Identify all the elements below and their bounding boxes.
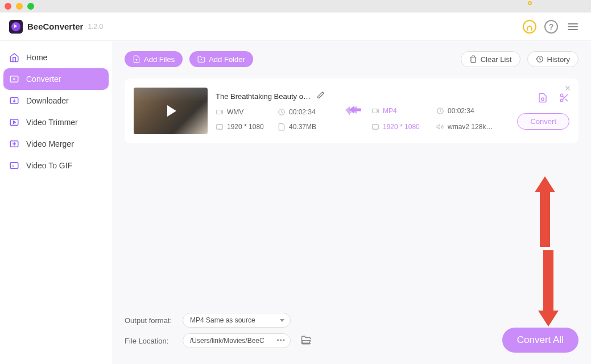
svg-rect-6 [217, 110, 221, 114]
window-close-button[interactable] [5, 3, 11, 10]
user-icon [523, 20, 536, 34]
app-logo [9, 20, 23, 34]
button-label: Clear List [481, 55, 512, 64]
file-card: The Breathtaking Beauty of N… WMV 00:02:… [125, 78, 578, 143]
window-titlebar [0, 0, 591, 13]
sidebar-item-downloader[interactable]: Downloader [3, 90, 109, 111]
svg-rect-2 [10, 119, 18, 126]
clock-icon [436, 107, 444, 115]
sidebar-item-label: Downloader [26, 96, 69, 105]
sidebar-item-label: Video Merger [26, 139, 74, 148]
help-button[interactable]: ? [542, 18, 560, 36]
resolution-icon [371, 123, 379, 131]
clear-list-button[interactable]: Clear List [461, 51, 520, 67]
output-format-select[interactable]: MP4 Same as source [183, 313, 291, 328]
resolution-icon [216, 123, 224, 131]
sidebar-item-label: Home [26, 53, 47, 62]
history-button[interactable]: History [527, 51, 578, 67]
audio-icon [436, 123, 444, 131]
file-plus-icon [133, 55, 140, 63]
sidebar-item-gif[interactable]: G Video To GIF [3, 155, 109, 176]
source-format: WMV [216, 108, 273, 116]
sidebar-item-converter[interactable]: Converter [3, 68, 109, 90]
video-icon [371, 107, 379, 115]
svg-text:G: G [12, 164, 15, 168]
account-button[interactable] [520, 18, 539, 36]
target-resolution[interactable]: 1920 * 1080 [371, 123, 432, 131]
add-files-button[interactable]: Add Files [125, 51, 183, 67]
gif-icon: G [9, 160, 19, 171]
play-icon [163, 104, 178, 118]
convert-button[interactable]: Convert [517, 113, 569, 130]
clock-icon [278, 108, 286, 116]
video-thumbnail[interactable] [134, 88, 208, 134]
button-label: Add Folder [209, 55, 245, 64]
sidebar-item-home[interactable]: Home [3, 47, 109, 68]
button-label: History [547, 55, 570, 64]
convert-all-button[interactable]: Convert All [502, 328, 578, 353]
file-icon [278, 123, 286, 131]
svg-point-14 [560, 99, 563, 102]
hamburger-icon [568, 23, 578, 30]
app-version: 1.2.0 [88, 23, 103, 31]
output-format-label: Output format: [125, 316, 176, 325]
video-icon [216, 108, 224, 116]
source-info: The Breathtaking Beauty of N… WMV 00:02:… [216, 91, 335, 131]
sidebar-item-label: Video Trimmer [26, 118, 78, 127]
file-actions: Convert [517, 93, 569, 130]
folder-open-icon [301, 335, 311, 345]
source-resolution: 1920 * 1080 [216, 123, 273, 131]
file-title: The Breathtaking Beauty of N… [216, 92, 312, 101]
edit-title-button[interactable] [317, 91, 325, 101]
trash-icon [469, 55, 477, 63]
svg-rect-11 [373, 125, 379, 129]
downloader-icon [9, 96, 19, 106]
target-info: MP4 00:02:34 1920 * 1080 wmav2 128k… [371, 91, 497, 131]
app-header: BeeConverter 1.2.0 ? [0, 13, 591, 41]
file-location-label: File Location: [125, 337, 176, 345]
converter-icon [9, 74, 19, 84]
target-audio: wmav2 128k… [436, 123, 497, 131]
sidebar-item-label: Converter [26, 75, 61, 84]
trimmer-icon [9, 117, 19, 127]
svg-point-12 [542, 98, 544, 101]
remove-file-button[interactable] [564, 84, 572, 94]
window-maximize-button[interactable] [27, 3, 34, 10]
close-icon [564, 84, 572, 92]
add-folder-button[interactable]: Add Folder [189, 51, 253, 67]
converter-toolbar: Add Files Add Folder Clear List History [125, 51, 578, 67]
annotation-arrow-up [540, 190, 550, 247]
sidebar: Home Converter Downloader Video Trimmer … [0, 41, 112, 364]
svg-rect-9 [373, 109, 377, 113]
main-content: Add Files Add Folder Clear List History [112, 41, 591, 364]
target-format[interactable]: MP4 [371, 107, 432, 115]
sidebar-item-label: Video To GIF [26, 161, 72, 170]
source-size: 40.37MB [278, 123, 335, 131]
sidebar-item-merger[interactable]: Video Merger [3, 133, 109, 155]
svg-rect-8 [217, 125, 223, 129]
app-name: BeeConverter [27, 22, 83, 31]
folder-plus-icon [197, 55, 205, 63]
help-icon: ? [544, 20, 558, 34]
svg-point-13 [560, 94, 563, 97]
sidebar-item-trimmer[interactable]: Video Trimmer [3, 111, 109, 133]
file-settings-button[interactable] [538, 93, 548, 105]
target-duration: 00:02:34 [436, 107, 497, 115]
annotation-arrow-down [543, 250, 553, 313]
open-folder-button[interactable] [301, 335, 311, 347]
more-icon: ••• [276, 337, 286, 345]
file-location-field[interactable]: /Users/link/Movies/BeeC ••• [183, 333, 291, 348]
history-icon [536, 55, 544, 63]
button-label: Add Files [144, 55, 175, 64]
conversion-arrow-icon [345, 104, 361, 118]
menu-button[interactable] [564, 18, 582, 36]
merger-icon [9, 139, 19, 149]
pencil-icon [317, 91, 325, 99]
settings-file-icon [538, 93, 548, 103]
source-duration: 00:02:34 [278, 108, 335, 116]
home-icon [9, 52, 19, 63]
window-minimize-button[interactable] [16, 3, 23, 10]
